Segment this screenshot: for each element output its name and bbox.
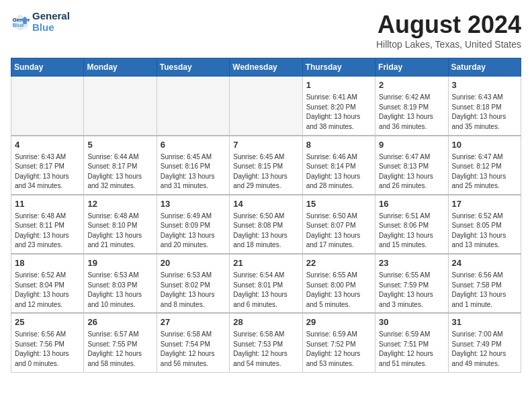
day-info: Sunrise: 6:47 AM Sunset: 8:12 PM Dayligh… [452,152,517,191]
day-info: Sunrise: 6:45 AM Sunset: 8:15 PM Dayligh… [233,152,298,191]
day-number: 13 [161,198,226,210]
day-info: Sunrise: 6:55 AM Sunset: 8:00 PM Dayligh… [306,271,371,310]
calendar-table: SundayMondayTuesdayWednesdayThursdayFrid… [11,58,521,373]
calendar-cell: 27Sunrise: 6:58 AM Sunset: 7:54 PM Dayli… [157,313,229,372]
day-number: 31 [452,316,517,328]
svg-text:Blue: Blue [13,22,24,28]
weekday-header-monday: Monday [84,58,157,77]
weekday-header-thursday: Thursday [302,58,375,77]
day-number: 19 [87,257,152,269]
calendar-cell: 23Sunrise: 6:55 AM Sunset: 7:59 PM Dayli… [375,254,448,313]
calendar-cell: 12Sunrise: 6:48 AM Sunset: 8:10 PM Dayli… [84,195,157,254]
location: Hilltop Lakes, Texas, United States [376,39,521,50]
logo-general: General [32,11,70,22]
day-info: Sunrise: 6:59 AM Sunset: 7:51 PM Dayligh… [379,330,444,369]
day-info: Sunrise: 6:56 AM Sunset: 7:56 PM Dayligh… [15,330,80,369]
calendar-cell [230,77,302,136]
day-info: Sunrise: 7:00 AM Sunset: 7:49 PM Dayligh… [452,330,517,369]
day-info: Sunrise: 6:57 AM Sunset: 7:55 PM Dayligh… [87,330,152,369]
calendar-cell: 25Sunrise: 6:56 AM Sunset: 7:56 PM Dayli… [11,313,84,372]
day-info: Sunrise: 6:43 AM Sunset: 8:18 PM Dayligh… [452,93,517,132]
day-info: Sunrise: 6:44 AM Sunset: 8:17 PM Dayligh… [87,152,152,191]
calendar-cell: 21Sunrise: 6:54 AM Sunset: 8:01 PM Dayli… [230,254,302,313]
day-number: 16 [379,198,444,210]
calendar-cell: 5Sunrise: 6:44 AM Sunset: 8:17 PM Daylig… [84,136,157,195]
calendar-cell: 22Sunrise: 6:55 AM Sunset: 8:00 PM Dayli… [302,254,375,313]
day-number: 11 [15,198,80,210]
calendar-cell: 29Sunrise: 6:59 AM Sunset: 7:52 PM Dayli… [302,313,375,372]
day-number: 30 [379,316,444,328]
day-number: 1 [306,79,371,91]
day-number: 20 [161,257,226,269]
day-info: Sunrise: 6:58 AM Sunset: 7:54 PM Dayligh… [161,330,226,369]
day-number: 15 [306,198,371,210]
day-number: 28 [233,316,298,328]
day-number: 17 [452,198,517,210]
weekday-header-sunday: Sunday [11,58,84,77]
calendar-cell: 11Sunrise: 6:48 AM Sunset: 8:11 PM Dayli… [11,195,84,254]
day-number: 29 [306,316,371,328]
calendar-cell: 17Sunrise: 6:52 AM Sunset: 8:05 PM Dayli… [448,195,521,254]
day-number: 14 [233,198,298,210]
day-number: 12 [87,198,152,210]
logo-icon: General Blue [11,13,30,32]
calendar-cell: 1Sunrise: 6:41 AM Sunset: 8:20 PM Daylig… [302,77,375,136]
day-number: 7 [233,139,298,151]
calendar-cell: 15Sunrise: 6:50 AM Sunset: 8:07 PM Dayli… [302,195,375,254]
day-number: 25 [15,316,80,328]
weekday-header-saturday: Saturday [448,58,521,77]
day-number: 4 [15,139,80,151]
day-info: Sunrise: 6:45 AM Sunset: 8:16 PM Dayligh… [161,152,226,191]
calendar-cell: 9Sunrise: 6:47 AM Sunset: 8:13 PM Daylig… [375,136,448,195]
calendar-cell: 13Sunrise: 6:49 AM Sunset: 8:09 PM Dayli… [157,195,229,254]
calendar-cell: 19Sunrise: 6:53 AM Sunset: 8:03 PM Dayli… [84,254,157,313]
week-row-4: 18Sunrise: 6:52 AM Sunset: 8:04 PM Dayli… [11,254,521,313]
day-number: 3 [452,79,517,91]
day-info: Sunrise: 6:49 AM Sunset: 8:09 PM Dayligh… [161,212,226,250]
day-info: Sunrise: 6:43 AM Sunset: 8:17 PM Dayligh… [15,152,80,191]
weekday-header-friday: Friday [375,58,448,77]
logo: General Blue General Blue [11,11,70,33]
day-number: 5 [87,139,152,151]
day-number: 22 [306,257,371,269]
calendar-cell [84,77,157,136]
day-info: Sunrise: 6:59 AM Sunset: 7:52 PM Dayligh… [306,330,371,369]
logo-blue: Blue [32,22,70,34]
week-row-5: 25Sunrise: 6:56 AM Sunset: 7:56 PM Dayli… [11,313,521,372]
day-info: Sunrise: 6:52 AM Sunset: 8:05 PM Dayligh… [452,212,517,250]
weekday-header-row: SundayMondayTuesdayWednesdayThursdayFrid… [11,58,521,77]
page-header: General Blue General Blue August 2024 Hi… [11,11,521,50]
day-number: 24 [452,257,517,269]
calendar-cell: 10Sunrise: 6:47 AM Sunset: 8:12 PM Dayli… [448,136,521,195]
day-number: 2 [379,79,444,91]
title-block: August 2024 Hilltop Lakes, Texas, United… [376,11,521,50]
day-number: 21 [233,257,298,269]
calendar-cell: 14Sunrise: 6:50 AM Sunset: 8:08 PM Dayli… [230,195,302,254]
day-info: Sunrise: 6:53 AM Sunset: 8:02 PM Dayligh… [161,271,226,310]
calendar-cell: 2Sunrise: 6:42 AM Sunset: 8:19 PM Daylig… [375,77,448,136]
day-info: Sunrise: 6:56 AM Sunset: 7:58 PM Dayligh… [452,271,517,310]
month-title: August 2024 [376,11,521,39]
day-info: Sunrise: 6:47 AM Sunset: 8:13 PM Dayligh… [379,152,444,191]
calendar-cell: 18Sunrise: 6:52 AM Sunset: 8:04 PM Dayli… [11,254,84,313]
calendar-cell: 3Sunrise: 6:43 AM Sunset: 8:18 PM Daylig… [448,77,521,136]
day-number: 10 [452,139,517,151]
calendar-cell: 28Sunrise: 6:58 AM Sunset: 7:53 PM Dayli… [230,313,302,372]
calendar-cell: 8Sunrise: 6:46 AM Sunset: 8:14 PM Daylig… [302,136,375,195]
calendar-cell: 4Sunrise: 6:43 AM Sunset: 8:17 PM Daylig… [11,136,84,195]
calendar-cell: 6Sunrise: 6:45 AM Sunset: 8:16 PM Daylig… [157,136,229,195]
day-info: Sunrise: 6:54 AM Sunset: 8:01 PM Dayligh… [233,271,298,310]
day-info: Sunrise: 6:48 AM Sunset: 8:11 PM Dayligh… [15,212,80,250]
day-number: 8 [306,139,371,151]
day-info: Sunrise: 6:53 AM Sunset: 8:03 PM Dayligh… [87,271,152,310]
day-info: Sunrise: 6:48 AM Sunset: 8:10 PM Dayligh… [87,212,152,250]
calendar-cell: 20Sunrise: 6:53 AM Sunset: 8:02 PM Dayli… [157,254,229,313]
calendar-cell: 16Sunrise: 6:51 AM Sunset: 8:06 PM Dayli… [375,195,448,254]
weekday-header-wednesday: Wednesday [230,58,302,77]
day-info: Sunrise: 6:51 AM Sunset: 8:06 PM Dayligh… [379,212,444,250]
day-number: 18 [15,257,80,269]
day-info: Sunrise: 6:46 AM Sunset: 8:14 PM Dayligh… [306,152,371,191]
day-info: Sunrise: 6:58 AM Sunset: 7:53 PM Dayligh… [233,330,298,369]
calendar-cell [11,77,84,136]
calendar-cell: 26Sunrise: 6:57 AM Sunset: 7:55 PM Dayli… [84,313,157,372]
